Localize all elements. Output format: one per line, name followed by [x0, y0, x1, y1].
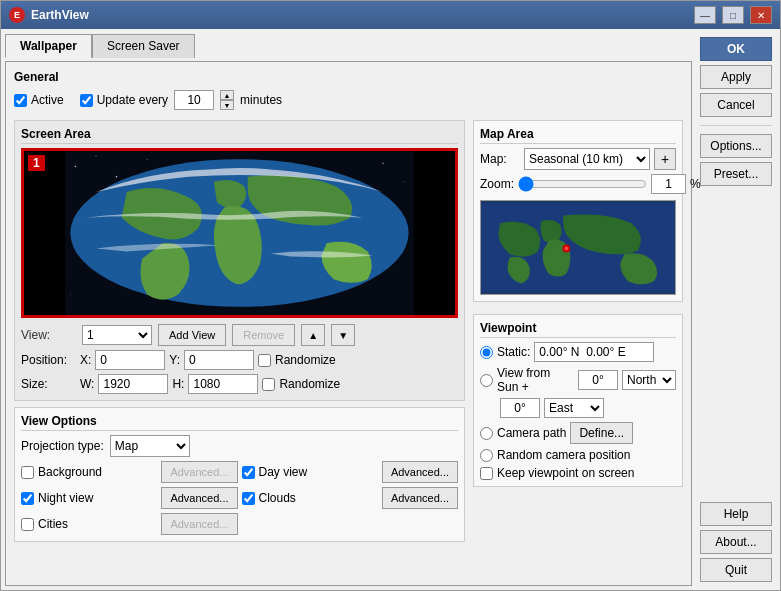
randomize-size-text: Randomize [279, 377, 340, 391]
y-input[interactable] [184, 350, 254, 370]
day-view-checkbox[interactable] [242, 466, 255, 479]
day-view-text: Day view [259, 465, 308, 479]
night-view-text: Night view [38, 491, 93, 505]
randomize-pos-text: Randomize [275, 353, 336, 367]
add-view-button[interactable]: Add View [158, 324, 226, 346]
clouds-advanced-btn[interactable]: Advanced... [382, 487, 458, 509]
view-sun-dir-select[interactable]: North South [622, 370, 676, 390]
background-label[interactable]: Background [21, 465, 102, 479]
zoom-label: Zoom: [480, 177, 514, 191]
randomize-pos-label[interactable]: Randomize [258, 353, 336, 367]
static-label: Static: [497, 345, 530, 359]
update-value-input[interactable] [174, 90, 214, 110]
x-label: X: [80, 353, 91, 367]
quit-button[interactable]: Quit [700, 558, 772, 582]
map-preview [480, 200, 676, 295]
update-spinners: ▲ ▼ [220, 90, 234, 110]
svg-point-12 [564, 247, 568, 251]
cities-label[interactable]: Cities [21, 517, 68, 531]
static-radio[interactable] [480, 346, 493, 359]
random-camera-label: Random camera position [497, 448, 630, 462]
nav-down-button[interactable]: ▼ [331, 324, 355, 346]
general-label: General [14, 70, 683, 84]
night-view-advanced-btn[interactable]: Advanced... [161, 487, 237, 509]
east-row: East West [500, 398, 676, 418]
active-checkbox-label[interactable]: Active [14, 93, 64, 107]
h-input[interactable] [188, 374, 258, 394]
zoom-slider[interactable] [518, 177, 647, 191]
randomize-pos-checkbox[interactable] [258, 354, 271, 367]
apply-button[interactable]: Apply [700, 65, 772, 89]
map-area-label: Map Area [480, 127, 676, 144]
svg-point-1 [75, 166, 76, 167]
background-advanced-btn[interactable]: Advanced... [161, 461, 237, 483]
w-input[interactable] [98, 374, 168, 394]
keep-viewpoint-checkbox[interactable] [480, 467, 493, 480]
active-checkbox[interactable] [14, 94, 27, 107]
remove-button[interactable]: Remove [232, 324, 295, 346]
randomize-size-label[interactable]: Randomize [262, 377, 340, 391]
static-input[interactable] [534, 342, 654, 362]
ok-button[interactable]: OK [700, 37, 772, 61]
east-deg-input[interactable] [500, 398, 540, 418]
view-from-sun-row: View from Sun + North South [480, 366, 676, 394]
randomize-size-checkbox[interactable] [262, 378, 275, 391]
minimize-button[interactable]: — [694, 6, 716, 24]
camera-path-radio[interactable] [480, 427, 493, 440]
projection-select[interactable]: Map Globe [110, 435, 190, 457]
cancel-button[interactable]: Cancel [700, 93, 772, 117]
svg-point-4 [147, 159, 148, 160]
close-button[interactable]: ✕ [750, 6, 772, 24]
y-label: Y: [169, 353, 180, 367]
window-title: EarthView [31, 8, 688, 22]
title-bar: E EarthView — □ ✕ [1, 1, 780, 29]
static-row: Static: [480, 342, 676, 362]
maximize-button[interactable]: □ [722, 6, 744, 24]
tab-wallpaper[interactable]: Wallpaper [5, 34, 92, 58]
x-input[interactable] [95, 350, 165, 370]
view-select[interactable]: 1 [82, 325, 152, 345]
spin-up-btn[interactable]: ▲ [220, 90, 234, 100]
zoom-input[interactable] [651, 174, 686, 194]
about-button[interactable]: About... [700, 530, 772, 554]
svg-point-3 [116, 176, 118, 178]
tab-screen-saver[interactable]: Screen Saver [92, 34, 195, 58]
app-icon: E [9, 7, 25, 23]
spin-down-btn[interactable]: ▼ [220, 100, 234, 110]
view-sun-deg-input[interactable] [578, 370, 618, 390]
svg-point-2 [95, 156, 96, 157]
update-checkbox[interactable] [80, 94, 93, 107]
preset-button[interactable]: Preset... [700, 162, 772, 186]
random-camera-radio[interactable] [480, 449, 493, 462]
map-select[interactable]: Seasonal (10 km) Blue Marble [524, 148, 650, 170]
divider-1 [700, 125, 772, 126]
cities-advanced-btn[interactable]: Advanced... [161, 513, 237, 535]
night-view-label[interactable]: Night view [21, 491, 93, 505]
night-view-checkbox[interactable] [21, 492, 34, 505]
define-button[interactable]: Define... [570, 422, 633, 444]
earth-preview-svg [24, 151, 455, 315]
clouds-label[interactable]: Clouds [242, 491, 296, 505]
clouds-checkbox[interactable] [242, 492, 255, 505]
update-checkbox-label[interactable]: Update every [80, 93, 168, 107]
preview-number: 1 [28, 155, 45, 171]
view-from-sun-radio[interactable] [480, 374, 493, 387]
night-view-row: Night view Advanced... [21, 487, 238, 509]
background-checkbox[interactable] [21, 466, 34, 479]
help-button[interactable]: Help [700, 502, 772, 526]
screen-area-section: Screen Area 1 [14, 120, 465, 401]
east-dir-select[interactable]: East West [544, 398, 604, 418]
cities-checkbox[interactable] [21, 518, 34, 531]
screen-preview: 1 [21, 148, 458, 318]
view-options-section: View Options Projection type: Map Globe [14, 407, 465, 542]
update-row: Update every ▲ ▼ minutes [80, 90, 282, 110]
spacer [700, 190, 772, 498]
random-camera-row: Random camera position [480, 448, 676, 462]
cities-row: Cities Advanced... [21, 513, 238, 535]
options-button[interactable]: Options... [700, 134, 772, 158]
day-view-label[interactable]: Day view [242, 465, 308, 479]
nav-up-button[interactable]: ▲ [301, 324, 325, 346]
day-view-advanced-btn[interactable]: Advanced... [382, 461, 458, 483]
minutes-label: minutes [240, 93, 282, 107]
map-add-button[interactable]: + [654, 148, 676, 170]
